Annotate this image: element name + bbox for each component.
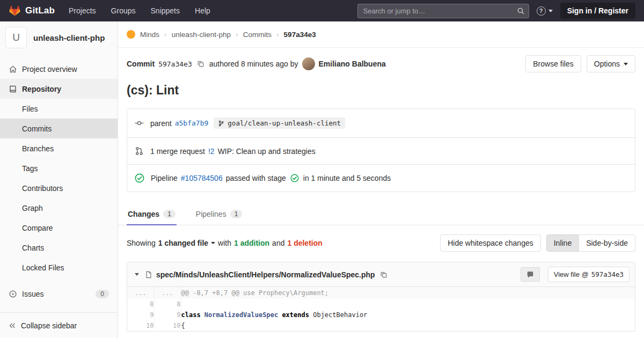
breadcrumb-group[interactable]: Minds <box>140 31 159 39</box>
main-content: Minds › unleash-client-php › Commits › 5… <box>118 21 644 338</box>
repository-icon <box>9 85 17 93</box>
double-chevron-left-icon <box>9 322 16 329</box>
diff-summary-bar: Showing 1 changed file with 1 addition a… <box>118 225 644 261</box>
diff-table: ... ... @@ -8,7 +8,7 @@ use Prophecy\Arg… <box>127 287 635 331</box>
commit-meta-bar: Commit 597a34e3 authored 8 minutes ago b… <box>118 48 644 80</box>
pipeline-label: Pipeline <box>151 174 178 182</box>
copy-file-path-button[interactable] <box>379 270 389 280</box>
line-number-new[interactable]: 10 <box>154 320 181 331</box>
hunk-new-marker: ... <box>154 287 181 299</box>
sidebar-item-repository[interactable]: Repository <box>0 79 118 99</box>
nav-item-help[interactable]: Help <box>195 6 210 15</box>
sidebar-item-branches[interactable]: Branches <box>0 138 118 158</box>
project-header[interactable]: U unleash-client-php <box>0 21 118 54</box>
collapse-sidebar-button[interactable]: Collapse sidebar <box>0 312 118 338</box>
stage-status-icon[interactable] <box>290 174 299 182</box>
sidebar-label-issues: Issues <box>22 290 43 298</box>
pipeline-status-icon <box>135 173 144 183</box>
chevron-down-icon <box>624 63 628 65</box>
project-sidebar: U unleash-client-php Project overview Re… <box>0 21 118 338</box>
view-file-label: View file @ <box>554 270 589 278</box>
view-file-button[interactable]: View file @ 597a34e3 <box>548 267 630 282</box>
sidebar-item-project-overview[interactable]: Project overview <box>0 59 118 79</box>
copy-icon <box>197 60 204 68</box>
side-by-side-view-button[interactable]: Side-by-side <box>579 234 635 252</box>
nav-item-projects[interactable]: Projects <box>69 6 96 15</box>
line-number-new[interactable]: 8 <box>154 299 181 310</box>
line-number-old[interactable]: 9 <box>127 310 154 320</box>
tab-pipelines[interactable]: Pipelines 1 <box>195 203 244 225</box>
copy-sha-button[interactable] <box>196 59 206 69</box>
gitlab-logo[interactable]: GitLab <box>9 5 55 17</box>
branch-icon <box>218 120 224 127</box>
sidebar-item-charts[interactable]: Charts <box>0 238 118 258</box>
sidebar-item-locked-files[interactable]: Locked Files <box>0 258 118 277</box>
branch-ref-pill[interactable]: goal/clean-up-unleash-client <box>214 117 345 129</box>
browse-files-button[interactable]: Browse files <box>525 55 581 72</box>
diff-file-panel: spec/Minds/UnleashClient/Helpers/Normali… <box>127 262 635 332</box>
parent-row: parent a5bfa7b9 goal/clean-up-unleash-cl… <box>127 109 635 138</box>
tab-changes[interactable]: Changes 1 <box>127 203 177 225</box>
toggle-comments-button[interactable] <box>521 267 540 282</box>
navbar-left: GitLab Projects Groups Snippets Help <box>9 5 210 17</box>
merge-request-row: 1 merge request !2 WIP: Clean up and str… <box>127 138 635 165</box>
sidebar-item-tags[interactable]: Tags <box>0 158 118 178</box>
diff-hunk-row: ... ... @@ -8,7 +8,7 @@ use Prophecy\Arg… <box>127 287 635 299</box>
diff-file-path[interactable]: spec/Minds/UnleashClient/Helpers/Normali… <box>156 270 375 279</box>
commit-tabs: Changes 1 Pipelines 1 <box>118 203 644 225</box>
sidebar-item-commits[interactable]: Commits <box>0 119 118 138</box>
nav-item-groups[interactable]: Groups <box>111 6 136 15</box>
inline-view-button[interactable]: Inline <box>546 234 579 252</box>
help-dropdown[interactable]: ? <box>537 6 553 16</box>
chevron-down-icon <box>548 10 553 12</box>
tab-changes-badge: 1 <box>163 210 175 218</box>
help-icon: ? <box>537 6 546 16</box>
sign-in-button[interactable]: Sign in / Register <box>560 3 635 19</box>
chevron-down-icon <box>211 242 215 244</box>
breadcrumb-project[interactable]: unleash-client-php <box>172 31 231 39</box>
group-avatar <box>127 30 135 39</box>
sidebar-item-contributors[interactable]: Contributors <box>0 178 118 198</box>
navbar-menu: Projects Groups Snippets Help <box>69 6 210 15</box>
author-avatar[interactable] <box>302 57 315 70</box>
comment-bubble-icon <box>526 271 534 278</box>
diff-line: 9 9 class NormalizedValueSpec extends Ob… <box>127 310 635 320</box>
line-content <box>181 299 635 310</box>
sidebar-item-compare[interactable]: Compare <box>0 218 118 238</box>
sidebar-item-graph[interactable]: Graph <box>0 198 118 218</box>
parent-sha-link[interactable]: a5bfa7b9 <box>175 119 209 127</box>
breadcrumb-current-sha: 597a34e3 <box>284 31 316 39</box>
pipeline-duration-text: in 1 minute and 5 seconds <box>303 174 391 182</box>
line-number-old[interactable]: 10 <box>127 320 154 331</box>
commit-sha: 597a34e3 <box>158 60 192 68</box>
line-number-old[interactable]: 8 <box>127 299 154 310</box>
hunk-header-text: @@ -8,7 +8,7 @@ use Prophecy\Argument; <box>181 287 635 299</box>
breadcrumb-separator: › <box>276 30 279 39</box>
project-name: unleash-client-php <box>33 33 105 42</box>
changed-files-dropdown[interactable]: 1 changed file <box>158 239 215 247</box>
additions-count: 1 addition <box>234 239 269 247</box>
and-label: and <box>272 239 284 247</box>
line-number-new[interactable]: 9 <box>154 310 181 320</box>
pipeline-status-text: passed with stage <box>226 174 286 182</box>
nav-item-snippets[interactable]: Snippets <box>151 6 180 15</box>
pipeline-row: Pipeline #105784506 passed with stage in… <box>127 165 635 192</box>
file-icon <box>145 271 152 278</box>
pipeline-id-link[interactable]: #105784506 <box>181 174 223 182</box>
collapse-diff-caret[interactable] <box>133 272 141 277</box>
search-input[interactable] <box>357 4 529 18</box>
author-name[interactable]: Emiliano Balbuena <box>319 60 386 68</box>
copy-icon <box>380 271 387 278</box>
mr-link[interactable]: !2 <box>208 147 215 156</box>
collapse-sidebar-label: Collapse sidebar <box>21 321 77 330</box>
hide-whitespace-button[interactable]: Hide whitespace changes <box>440 234 541 252</box>
sidebar-nav: Project overview Repository Files Commit… <box>0 59 118 304</box>
line-content: { <box>181 320 635 331</box>
sidebar-item-issues[interactable]: Issues 0 <box>0 284 118 304</box>
line-content: class NormalizedValueSpec extends Object… <box>181 310 635 320</box>
breadcrumb-commits[interactable]: Commits <box>243 31 272 39</box>
sidebar-item-files[interactable]: Files <box>0 99 118 119</box>
commit-node-icon <box>135 119 144 128</box>
logo-text: GitLab <box>25 5 55 16</box>
options-dropdown-button[interactable]: Options <box>587 55 635 72</box>
